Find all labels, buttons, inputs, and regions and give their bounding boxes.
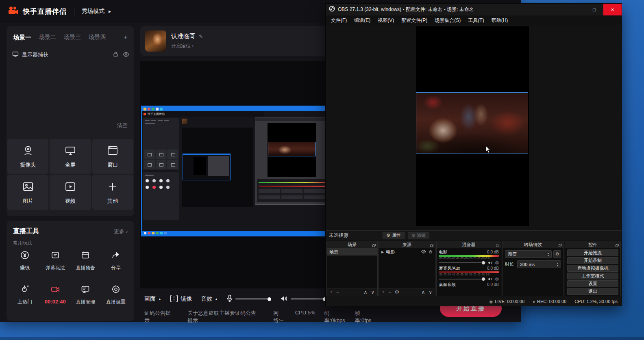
add-video-button[interactable]: 视频	[50, 175, 91, 210]
source-up-icon[interactable]: ∧	[421, 289, 425, 295]
scene-tab-4[interactable]: 场景四	[89, 34, 106, 41]
source-lock-icon[interactable]	[429, 249, 433, 255]
add-fullscreen-button[interactable]: 全屏	[50, 139, 91, 174]
duration-spinner[interactable]: 300 ms ▴▾	[517, 260, 561, 268]
menu-scene-collection[interactable]: 场景集合(S)	[431, 15, 464, 25]
eye-icon[interactable]	[123, 51, 129, 58]
live-settings-tool[interactable]: 直播设置	[101, 284, 131, 310]
settings-button[interactable]: 设置	[567, 280, 618, 287]
live-preview-tool[interactable]: 直播预告	[70, 250, 101, 276]
edit-pencil-icon[interactable]: ✎	[199, 34, 203, 39]
remove-source-icon[interactable]: −	[388, 289, 391, 295]
scene-tab-1[interactable]: 场景一	[13, 34, 31, 41]
sources-dock-header[interactable]: 来源	[379, 241, 435, 248]
earn-money-tool[interactable]: 赚钱	[10, 250, 40, 276]
live-tools-panel: 直播工具 更多 › 常用玩法 赚钱 弹幕玩法 直播预告	[7, 221, 134, 321]
scene-down-icon[interactable]: ∨	[371, 289, 374, 295]
menu-edit[interactable]: 编辑(E)	[350, 15, 374, 25]
mic-slider[interactable]	[235, 299, 271, 299]
virtual-camera-button[interactable]: 启动虚拟摄像机	[567, 265, 618, 272]
mini-icon	[144, 232, 146, 234]
mirror-icon	[170, 295, 178, 303]
source-list-item[interactable]: 显示器捕获	[12, 49, 129, 61]
source-down-icon[interactable]: ∨	[429, 289, 432, 295]
scene-up-icon[interactable]: ∧	[363, 289, 367, 295]
meter-scale: -60 -55 -50 -45 -40 -35 -30 -25 -20 -15 …	[439, 257, 495, 260]
record-timer-tool[interactable]: 00:02:40	[40, 284, 71, 310]
start-recording-button[interactable]: 开始录制	[567, 257, 618, 264]
tile-label: 视频	[65, 197, 76, 205]
scenes-dock-header[interactable]: 场景	[327, 241, 377, 248]
add-window-button[interactable]: 窗口	[92, 139, 133, 174]
menu-tools[interactable]: 工具(T)	[464, 15, 487, 25]
menu-file[interactable]: 文件(F)	[327, 15, 350, 25]
add-image-button[interactable]: 图片	[7, 175, 48, 210]
live-manage-tool[interactable]: 直播管理	[70, 284, 101, 310]
share-tool[interactable]: 分享	[101, 250, 131, 276]
more-tools-link[interactable]: 更多 ›	[114, 228, 128, 235]
trending-tool[interactable]: 上热门	[10, 284, 40, 310]
add-other-button[interactable]: 其他	[92, 175, 133, 210]
obs-window-title: OBS 27.1.3 (32-bit, windows) - 配置文件: 未命名…	[338, 6, 564, 13]
tool-label: 直播预告	[76, 264, 95, 271]
danmaku-tool[interactable]: 弹幕玩法	[40, 250, 71, 276]
add-scene-icon[interactable]: +	[330, 289, 333, 295]
menu-profile[interactable]: 配置文件(P)	[398, 15, 431, 25]
add-source-icon[interactable]: +	[382, 289, 385, 295]
menu-help[interactable]: 帮助(H)	[488, 15, 512, 25]
minimize-icon[interactable]: —	[567, 4, 585, 15]
close-icon[interactable]: ×	[603, 4, 622, 15]
mini-preview	[182, 128, 253, 207]
speaker-volume[interactable]	[280, 295, 326, 303]
filters-button[interactable]: ⊘ 滤镜	[408, 232, 429, 239]
menu-view[interactable]: 视图(V)	[374, 15, 398, 25]
speaker-slider[interactable]	[291, 299, 326, 299]
scene-tab-3[interactable]: 场景三	[64, 34, 81, 41]
obs-titlebar[interactable]: OBS 27.1.3 (32-bit, windows) - 配置文件: 未命名…	[326, 4, 622, 15]
exit-button[interactable]: 退出	[567, 288, 618, 295]
start-streaming-button[interactable]: 开始推流	[567, 249, 618, 256]
mirror-button[interactable]: 镜像	[170, 295, 192, 303]
add-camera-button[interactable]: 摄像头	[7, 139, 48, 174]
mode-switcher[interactable]: 秀场模式	[82, 8, 104, 15]
notice-link-2[interactable]: 关于恶意盗取主播验证码公告提示	[187, 310, 259, 324]
transitions-dock-header[interactable]: 转场特效	[503, 241, 564, 248]
studio-mode-button[interactable]: 工作室模式	[567, 273, 618, 279]
scene-list-item[interactable]: 场景	[327, 248, 377, 256]
streamer-name: 认准临哥	[171, 32, 196, 40]
source-list-item[interactable]: ▶ 电影	[379, 248, 435, 256]
volume-slider[interactable]	[439, 262, 486, 263]
mixer-dock-header[interactable]: 混音器	[437, 241, 501, 248]
movie-source-preview[interactable]	[416, 92, 528, 154]
clear-sources-button[interactable]: 清空	[117, 122, 128, 129]
spin-down-icon[interactable]: ▾	[557, 264, 558, 267]
lock-icon[interactable]	[113, 51, 119, 59]
spin-down-icon[interactable]: ▾	[548, 254, 549, 257]
transition-select[interactable]: 渐变 ▴▾	[505, 250, 552, 258]
channel-gear-icon[interactable]: ⚙	[495, 277, 499, 282]
manage-icon	[80, 284, 90, 295]
mixer-channel-desktop: 桌面音频0.0 dB	[439, 282, 499, 287]
properties-button[interactable]: ⚙ 属性	[383, 232, 405, 239]
source-properties-gear-icon[interactable]: ⚙	[395, 289, 399, 295]
desktop: 快手直播伴侣 秀场模式 ▶ 场景一 场景二 场景三 场景四 + 显示器捕获	[0, 0, 644, 340]
remove-scene-icon[interactable]: −	[336, 289, 339, 295]
transition-gear-icon[interactable]: ⚙	[553, 250, 561, 258]
notice-link-1[interactable]: 证码公告提示	[144, 310, 173, 324]
source-eye-icon[interactable]	[421, 249, 426, 254]
volume-slider[interactable]	[439, 279, 486, 279]
mode-caret-icon[interactable]: ▶	[109, 10, 111, 13]
add-scene-icon[interactable]: +	[124, 33, 128, 41]
mic-volume[interactable]	[226, 295, 271, 304]
channel-gear-icon[interactable]: ⚙	[495, 261, 499, 265]
video-icon	[64, 181, 76, 194]
maximize-icon[interactable]: □	[585, 4, 603, 15]
audio-menu-button[interactable]: 音效 ▲	[201, 295, 218, 303]
mini-logo-icon	[144, 113, 146, 115]
scene-tab-2[interactable]: 场景二	[39, 34, 56, 41]
location-toggle[interactable]: 开启定位 ›	[171, 43, 203, 50]
tool-label: 直播管理	[76, 299, 95, 305]
screen-menu-button[interactable]: 画面 ▲	[144, 295, 161, 303]
rec-icon: ●	[533, 299, 535, 304]
controls-dock-header[interactable]: 控件	[565, 241, 620, 248]
